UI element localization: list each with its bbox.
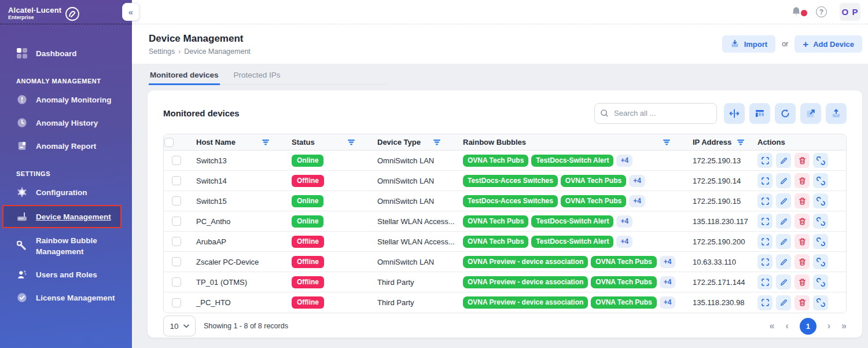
sidebar-item-device-management[interactable]: Device Management [2, 205, 122, 228]
unlink-button[interactable] [813, 153, 828, 168]
delete-button[interactable] [795, 193, 810, 208]
unlink-button[interactable] [813, 254, 828, 269]
unlink-button[interactable] [813, 234, 828, 249]
sidebar-collapse-button[interactable]: « [122, 3, 139, 21]
unlink-button[interactable] [813, 173, 828, 188]
notifications-bell-icon[interactable] [790, 6, 803, 19]
host-name-cell: Zscaler PC-Device [189, 258, 285, 266]
edit-button[interactable] [776, 295, 791, 310]
search-icon [600, 109, 609, 120]
edit-button[interactable] [776, 234, 791, 249]
plus-icon: + [803, 39, 808, 49]
edit-button[interactable] [776, 214, 791, 229]
row-checkbox[interactable] [172, 298, 181, 307]
prev-page-button[interactable]: ‹ [785, 321, 788, 331]
more-bubbles-badge[interactable]: +4 [660, 296, 676, 309]
help-icon[interactable]: ? [816, 6, 827, 17]
unlink-button[interactable] [813, 274, 828, 290]
rainbow-bubble-badge: OVNA Tech Pubs [561, 195, 626, 207]
filter-icon[interactable] [663, 139, 671, 145]
delete-button[interactable] [795, 295, 810, 310]
records-summary: Showing 1 - 8 of 8 records [204, 322, 288, 330]
add-device-button[interactable]: + Add Device [795, 35, 862, 53]
scan-button[interactable] [757, 234, 773, 249]
delete-button[interactable] [795, 254, 810, 269]
columns-button[interactable] [749, 103, 770, 124]
scan-button[interactable] [757, 295, 773, 310]
more-bubbles-badge[interactable]: +4 [660, 276, 676, 288]
table-row: TP_01 (OTMS) Offline Third Party OVNA Pr… [164, 272, 846, 292]
page-size-select[interactable]: 10 [163, 316, 196, 336]
chevron-down-icon [183, 324, 189, 328]
row-checkbox[interactable] [172, 217, 181, 226]
scan-button[interactable] [757, 173, 773, 188]
sidebar-item-users-and-roles[interactable]: Users and Roles [0, 263, 132, 286]
row-checkbox[interactable] [172, 196, 181, 206]
refresh-button[interactable] [775, 103, 796, 124]
col-status: Status [292, 138, 315, 146]
scan-button[interactable] [757, 193, 773, 208]
sidebar-item-label: Configuration [36, 187, 87, 198]
sidebar-item-configuration[interactable]: Configuration [0, 181, 132, 204]
more-bubbles-badge[interactable]: +4 [660, 256, 676, 268]
unlink-button[interactable] [813, 214, 828, 229]
last-page-button[interactable]: » [841, 321, 847, 331]
sidebar-item-anomaly-report[interactable]: Anomaly Report [0, 134, 132, 157]
unlink-button[interactable] [813, 295, 828, 310]
edit-button[interactable] [776, 153, 791, 168]
edit-button[interactable] [776, 193, 791, 208]
next-page-button[interactable]: › [827, 321, 830, 331]
current-page-button[interactable]: 1 [800, 318, 816, 335]
unlink-button[interactable] [813, 193, 828, 208]
select-all-checkbox[interactable] [164, 138, 174, 147]
search-input[interactable] [594, 103, 717, 124]
edit-button[interactable] [776, 254, 791, 269]
user-avatar[interactable]: O P [840, 3, 860, 21]
filter-icon[interactable] [347, 139, 355, 145]
row-checkbox[interactable] [172, 237, 181, 246]
more-bubbles-badge[interactable]: +4 [616, 215, 632, 228]
fit-columns-button[interactable] [724, 103, 745, 124]
breadcrumb-settings[interactable]: Settings [149, 47, 175, 56]
sidebar-item-anomaly-monitoring[interactable]: Anomaly Monitoring [0, 88, 132, 111]
filter-icon[interactable] [737, 139, 745, 145]
filter-icon[interactable] [433, 139, 441, 145]
sidebar-item-rainbow-bubble-management[interactable]: Rainbow Bubble Management [0, 229, 132, 263]
scan-button[interactable] [757, 274, 773, 290]
tabs: Monitored devices Protected IPs [132, 64, 868, 85]
delete-button[interactable] [795, 274, 810, 290]
edit-button[interactable] [776, 274, 791, 290]
more-bubbles-badge[interactable]: +4 [629, 175, 645, 187]
sidebar-item-anomaly-history[interactable]: Anomaly History [0, 111, 132, 134]
row-checkbox[interactable] [172, 277, 181, 287]
more-bubbles-badge[interactable]: +4 [616, 155, 632, 167]
delete-button[interactable] [795, 214, 810, 229]
delete-button[interactable] [795, 234, 810, 249]
tab-protected-ips[interactable]: Protected IPs [233, 69, 282, 84]
notification-dot [801, 10, 807, 16]
ip-address-cell: 10.63.33.110 [686, 258, 751, 266]
scan-button[interactable] [757, 214, 773, 229]
tab-monitored-devices[interactable]: Monitored devices [149, 69, 220, 85]
row-checkbox[interactable] [172, 176, 181, 185]
scan-button[interactable] [757, 254, 773, 269]
more-bubbles-badge[interactable]: +4 [616, 236, 632, 248]
delete-button[interactable] [795, 173, 810, 188]
sidebar-item-dashboard[interactable]: Dashboard [0, 42, 132, 65]
rainbow-bubble-badge: TestDocs-Acces Switches [463, 175, 558, 187]
scan-button[interactable] [757, 153, 773, 168]
rainbow-bubble-badge: OVNA Tech Pubs [591, 256, 656, 268]
filter-icon[interactable] [262, 139, 270, 145]
dashboard-icon [16, 47, 28, 59]
first-page-button[interactable]: « [770, 321, 775, 331]
row-checkbox[interactable] [172, 257, 181, 266]
more-bubbles-badge[interactable]: +4 [629, 195, 645, 207]
sidebar-item-label: Anomaly Monitoring [36, 94, 112, 105]
import-button[interactable]: Import [722, 35, 775, 53]
delete-button[interactable] [795, 153, 810, 168]
edit-button[interactable] [776, 173, 791, 188]
open-external-button[interactable] [800, 103, 821, 124]
export-button[interactable] [826, 103, 847, 124]
row-checkbox[interactable] [172, 156, 181, 165]
sidebar-item-license-management[interactable]: License Management [0, 286, 132, 309]
